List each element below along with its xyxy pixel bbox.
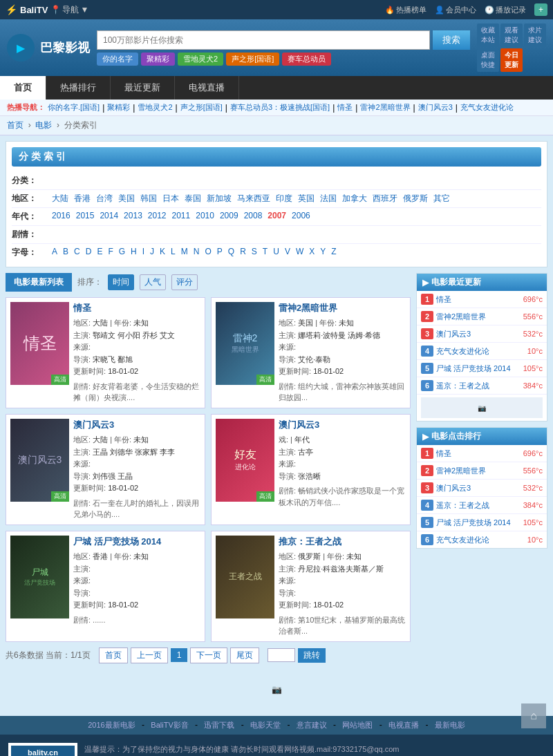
letter-C[interactable]: C xyxy=(74,247,80,256)
hot-nav-item-4[interactable]: 赛车总动员3：极速挑战[国语] xyxy=(230,102,330,113)
recent-name-2[interactable]: 雷神2黑暗世界 xyxy=(436,312,523,322)
letter-I[interactable]: I xyxy=(142,247,144,256)
tag-2[interactable]: 雪地灵犬2 xyxy=(178,53,223,66)
member-center-btn[interactable]: 👤 会员中心 xyxy=(435,5,476,15)
letter-A[interactable]: A xyxy=(52,247,57,256)
letter-T[interactable]: T xyxy=(263,247,268,256)
movie-title-leishen2[interactable]: 雷神2黑暗世界 xyxy=(279,302,406,314)
movie-poster-hercules[interactable]: 王者之战 xyxy=(216,536,274,618)
suggest-btn[interactable]: 观看建议 xyxy=(500,23,523,47)
year-2007[interactable]: 2007 xyxy=(268,211,286,220)
region-韩国[interactable]: 韩国 xyxy=(140,193,157,205)
footer-link-1[interactable]: BaliTV影音 xyxy=(151,721,188,729)
letter-J[interactable]: J xyxy=(150,247,154,256)
page-last-btn[interactable]: 尾页 xyxy=(230,648,259,663)
region-马来西亚[interactable]: 马来西亚 xyxy=(237,193,270,205)
desktop-btn[interactable]: 桌面快捷 xyxy=(477,48,499,72)
recent-name-4[interactable]: 充气女友进化论 xyxy=(436,346,527,357)
letter-B[interactable]: B xyxy=(63,247,68,256)
hot-nav-item-1[interactable]: 聚精彩 xyxy=(107,102,130,113)
footer-link-2[interactable]: 迅雷下载 xyxy=(204,721,234,729)
region-加拿大[interactable]: 加拿大 xyxy=(342,193,367,205)
movie-title-hercules[interactable]: 推京：王者之战 xyxy=(279,536,406,548)
letter-K[interactable]: K xyxy=(160,247,165,256)
tab-home[interactable]: 首页 xyxy=(0,76,46,100)
nav-dropdown-btn[interactable]: 📍 导航 ▼ xyxy=(50,4,88,16)
year-2016[interactable]: 2016 xyxy=(52,211,71,220)
hot-nav-item-6[interactable]: 雷神2黑暗世界 xyxy=(360,102,410,113)
click-name-1[interactable]: 情圣 xyxy=(436,448,523,459)
letter-L[interactable]: L xyxy=(171,247,176,256)
region-西班牙[interactable]: 西班牙 xyxy=(373,193,397,205)
hot-nav-item-5[interactable]: 情圣 xyxy=(337,102,353,113)
hot-nav-item-7[interactable]: 澳门风云3 xyxy=(418,102,453,113)
letter-S[interactable]: S xyxy=(252,247,257,256)
hot-nav-item-3[interactable]: 声之形[国语] xyxy=(180,102,223,113)
letter-W[interactable]: W xyxy=(296,247,303,256)
search-button[interactable]: 搜索 xyxy=(433,30,470,50)
letter-H[interactable]: H xyxy=(131,247,137,256)
footer-link-6[interactable]: 电视直播 xyxy=(388,721,419,729)
movie-title-qingsheng[interactable]: 情圣 xyxy=(73,302,200,314)
region-法国[interactable]: 法国 xyxy=(320,193,337,205)
click-name-2[interactable]: 雷神2黑暗世界 xyxy=(436,466,523,476)
region-香港[interactable]: 香港 xyxy=(74,193,91,205)
play-history-btn[interactable]: 🕐 播放记录 xyxy=(485,5,526,15)
recent-name-1[interactable]: 情圣 xyxy=(436,294,523,305)
movie-poster-leishen2[interactable]: 雷神2 黑暗世界 高清 xyxy=(216,302,274,385)
tag-4[interactable]: 赛车总动员 xyxy=(282,53,331,66)
letter-D[interactable]: D xyxy=(86,247,92,256)
movie-poster-zombie[interactable]: 尸城 活尸竞技场 xyxy=(10,536,69,618)
add-button[interactable]: + xyxy=(534,3,547,16)
year-2014[interactable]: 2014 xyxy=(100,211,118,220)
request-btn[interactable]: 求片建议 xyxy=(524,23,546,47)
year-2013[interactable]: 2013 xyxy=(124,211,142,220)
region-印度[interactable]: 印度 xyxy=(276,193,292,205)
tab-hot[interactable]: 热播排行 xyxy=(46,76,111,100)
page-next-btn[interactable]: 下一页 xyxy=(190,648,227,663)
letter-M[interactable]: M xyxy=(181,247,188,256)
year-2006[interactable]: 2006 xyxy=(292,211,310,220)
hot-nav-item-0[interactable]: 你的名字.[国语] xyxy=(48,102,100,113)
region-美国[interactable]: 美国 xyxy=(118,193,135,205)
page-jump-btn[interactable]: 跳转 xyxy=(298,648,326,663)
movie-title-aomen3a[interactable]: 澳门风云3 xyxy=(73,419,200,431)
page-first-btn[interactable]: 首页 xyxy=(99,648,128,663)
footer-link-0[interactable]: 2016最新电影 xyxy=(88,721,135,729)
hot-nav-item-2[interactable]: 雪地灵犬2 xyxy=(138,102,172,113)
region-新加坡[interactable]: 新加坡 xyxy=(207,193,232,205)
letter-G[interactable]: G xyxy=(119,247,125,256)
page-prev-btn[interactable]: 上一页 xyxy=(131,648,168,663)
sort-rating[interactable]: 评分 xyxy=(171,274,198,290)
letter-P[interactable]: P xyxy=(217,247,223,256)
movie-title-aomen3b[interactable]: 澳门风云3 xyxy=(279,419,406,431)
breadcrumb-home[interactable]: 首页 xyxy=(7,120,24,130)
hot-nav-item-8[interactable]: 充气女友进化论 xyxy=(460,102,514,113)
region-俄罗斯[interactable]: 俄罗斯 xyxy=(403,193,428,205)
letter-U[interactable]: U xyxy=(273,247,279,256)
letter-R[interactable]: R xyxy=(240,247,246,256)
movie-poster-qingsheng[interactable]: 情圣 高清 xyxy=(10,302,69,385)
click-name-4[interactable]: 遥京：王者之战 xyxy=(436,500,523,511)
letter-Y[interactable]: Y xyxy=(320,247,326,256)
breadcrumb-movie[interactable]: 电影 xyxy=(35,120,52,130)
click-name-3[interactable]: 澳门风云3 xyxy=(436,483,523,493)
footer-link-7[interactable]: 最新电影 xyxy=(435,721,465,729)
region-日本[interactable]: 日本 xyxy=(162,193,179,205)
sort-popularity[interactable]: 人气 xyxy=(140,274,166,290)
region-英国[interactable]: 英国 xyxy=(298,193,315,205)
search-input[interactable] xyxy=(97,30,430,50)
region-泰国[interactable]: 泰国 xyxy=(185,193,201,205)
letter-Z[interactable]: Z xyxy=(331,247,336,256)
letter-V[interactable]: V xyxy=(285,247,290,256)
region-台湾[interactable]: 台湾 xyxy=(96,193,113,205)
footer-link-3[interactable]: 电影天堂 xyxy=(250,721,281,729)
scroll-top-btn[interactable]: ⌂ xyxy=(521,703,546,728)
year-2011[interactable]: 2011 xyxy=(172,211,191,220)
movie-poster-aomen3a[interactable]: 澳门风云3 高清 xyxy=(10,419,69,502)
collect-btn[interactable]: 收藏本站 xyxy=(477,23,499,47)
movie-title-zombie[interactable]: 尸城 活尸竞技场 2014 xyxy=(73,536,200,548)
movie-poster-aomen3b[interactable]: 好友 进化论 高清 xyxy=(216,419,274,502)
sort-time[interactable]: 时间 xyxy=(108,274,134,290)
tab-recent[interactable]: 最近更新 xyxy=(111,76,175,100)
